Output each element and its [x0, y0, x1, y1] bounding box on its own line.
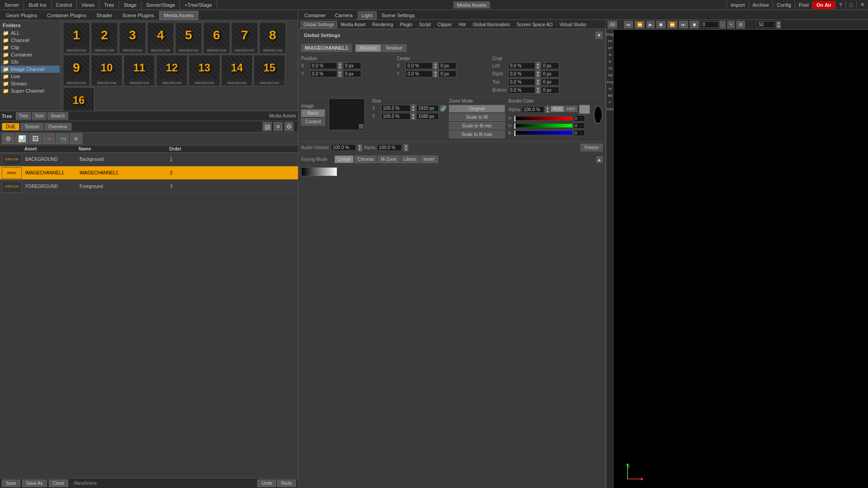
zoom-original[interactable]: Original [449, 105, 505, 113]
alpha2-up[interactable]: ▲ [404, 144, 408, 148]
thumb-15[interactable]: 15 IMAGECHA [254, 55, 285, 86]
folder-super-channel[interactable]: 📁 Super Channel [1, 87, 60, 94]
keying-expand[interactable]: ▲ [596, 156, 603, 163]
thumb-11[interactable]: 11 IMAGECHA [123, 55, 155, 86]
menu-post[interactable]: Post [795, 1, 812, 9]
folder-stream[interactable]: 📁 Stream [1, 80, 60, 87]
keying-mzone[interactable]: M-Zone [377, 155, 399, 163]
snap-n[interactable]: N [609, 52, 612, 58]
playback-next-frame[interactable]: ⏩ [667, 21, 677, 28]
crop-left-px[interactable] [541, 62, 559, 69]
menu-close[interactable]: ✕ [856, 0, 868, 9]
tab-media-assets[interactable]: Media Assets [159, 11, 198, 20]
timeline-frame-input[interactable] [701, 21, 719, 28]
tree-tree-btn[interactable]: Tree [16, 112, 31, 120]
color-r-bar[interactable] [514, 116, 573, 121]
thumb-7[interactable]: 7 IMAGECHA [231, 22, 258, 54]
stab-global-settings[interactable]: Global Settings [300, 21, 337, 28]
tab-scene-plugins[interactable]: Scene Plugins [117, 11, 159, 20]
thumb-8[interactable]: 8 IMAGECHA [259, 22, 286, 54]
menu-stage[interactable]: Stage [119, 1, 142, 9]
audio-down[interactable]: ▼ [358, 148, 362, 151]
crop-top-down[interactable]: ▼ [536, 82, 540, 85]
snap-w[interactable]: W [608, 85, 613, 92]
crop-top-up[interactable]: ▲ [536, 78, 540, 82]
folder-all[interactable]: 📁 ALL [1, 29, 60, 37]
size-lock[interactable]: 🔗 [440, 105, 445, 111]
undo-button[interactable]: Undo [257, 479, 276, 487]
alpha-input-bc[interactable] [522, 106, 544, 113]
color-b-input[interactable] [574, 130, 585, 136]
crop-left-down[interactable]: ▼ [536, 66, 540, 69]
thumb-2[interactable]: 2 IMAGECHA [91, 22, 118, 54]
crop-right-up[interactable]: ▲ [536, 70, 540, 74]
right-tab-camera[interactable]: Camera [331, 11, 357, 19]
tl-end-up[interactable]: ▲ [776, 21, 781, 25]
icon-image[interactable]: 🖼 [29, 133, 42, 144]
alpha-input-row[interactable] [377, 144, 402, 151]
thumb-9[interactable]: 9 IMAGECHA [63, 55, 90, 86]
ctr-y-up[interactable]: ▲ [433, 70, 438, 74]
menu-tree[interactable]: Tree [99, 1, 119, 9]
stab-hdr[interactable]: Hdr [456, 21, 469, 28]
playback-rewind[interactable]: ⏮ [624, 21, 633, 28]
pos-y-down[interactable]: ▼ [338, 74, 342, 77]
folder-clip[interactable]: 📁 Clip [1, 44, 60, 51]
crop-top-px[interactable] [541, 79, 559, 85]
menu-server-stage[interactable]: Server/Stage [142, 1, 180, 9]
thumb-3[interactable]: 3 IMAGECHA [119, 22, 146, 54]
ctr-x-up[interactable]: ▲ [433, 62, 438, 66]
menu-help[interactable]: ? [835, 1, 845, 9]
menu-on-air[interactable]: On Air [812, 1, 835, 9]
keying-linear[interactable]: Linear [335, 155, 354, 163]
playback-forward[interactable]: ⏭ [679, 21, 688, 28]
thumb-10[interactable]: 10 IMAGECHA [91, 55, 123, 86]
settings-icon-btn[interactable]: ⚙ [284, 122, 293, 131]
timeline-minus[interactable]: - [720, 21, 726, 28]
menu-archive[interactable]: Archive [749, 1, 773, 9]
pos-x-up[interactable]: ▲ [338, 62, 342, 66]
snap-p[interactable]: P [609, 99, 612, 106]
audio-volume-input[interactable] [331, 144, 356, 151]
size-x-input[interactable] [381, 105, 410, 112]
snap-bb[interactable]: BB [607, 92, 613, 99]
thumb-12[interactable]: 12 IMAGECHA [156, 55, 188, 86]
tl-end-down[interactable]: ▼ [776, 25, 781, 28]
size-x-down[interactable]: ▼ [411, 108, 415, 112]
tab-geom-plugins[interactable]: Geom Plugins [1, 11, 42, 20]
thumb-14[interactable]: 14 IMAGECHA [221, 55, 253, 86]
menu-builtins[interactable]: Built Ins [24, 1, 51, 9]
color-g-bar[interactable] [514, 123, 573, 128]
asset-row-2[interactable]: GROUN FOREGROUND Foreground 3 [0, 180, 298, 193]
folder-channel[interactable]: 📁 Channel [1, 37, 60, 44]
tab-shader[interactable]: Shader [91, 11, 117, 20]
icon-video[interactable]: 📹 [56, 133, 69, 144]
alpha-up[interactable]: ▲ [545, 106, 550, 109]
invert-button[interactable]: Invert [420, 155, 438, 163]
ctr-x-down[interactable]: ▼ [433, 66, 438, 69]
pos-x-px-input[interactable] [343, 62, 361, 69]
thumb-1[interactable]: 1 IMAGECHA [63, 22, 90, 54]
timeline-settings[interactable]: ⚙ [736, 21, 745, 28]
right-tab-container[interactable]: Container [300, 11, 330, 19]
folder-container[interactable]: 📁 Container [1, 51, 60, 58]
pos-x-input[interactable] [310, 62, 337, 69]
size-y-input[interactable] [381, 113, 410, 120]
zoom-scale-fit-min[interactable]: Scale to fit min [449, 122, 505, 130]
icon-layers[interactable]: ≡ [70, 133, 82, 144]
size-x-up[interactable]: ▲ [411, 104, 415, 108]
crop-right-input[interactable] [508, 70, 535, 77]
playback-prev-frame[interactable]: ⏪ [635, 21, 645, 28]
size-y-down[interactable]: ▼ [411, 116, 415, 120]
ctr-y-down[interactable]: ▼ [433, 74, 438, 77]
ctr-y-input[interactable] [406, 70, 433, 77]
alpha-down[interactable]: ▼ [545, 109, 550, 113]
asset-row-0[interactable]: GROUN BACKGROUND Background 1 [0, 153, 298, 166]
stab-screen-space-ao[interactable]: Screen Space AO [514, 21, 556, 28]
thumb-16[interactable]: 16 IMAGECHA [63, 87, 94, 111]
menu-views[interactable]: Views [77, 1, 99, 9]
freeze-button[interactable]: Freeze [580, 144, 603, 151]
stab-rendering[interactable]: Rendering [369, 21, 396, 28]
stab-plugin[interactable]: Plugin [396, 21, 415, 28]
ctr-y-px-input[interactable] [439, 70, 457, 77]
